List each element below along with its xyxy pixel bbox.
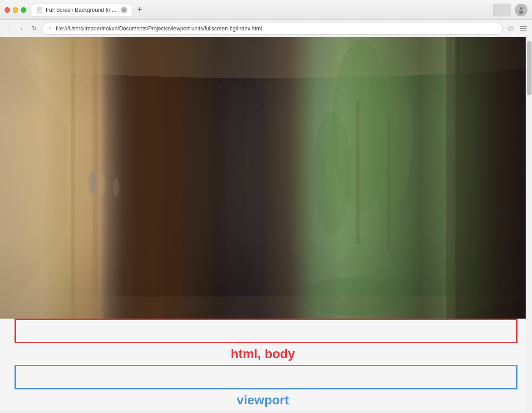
profile-icon[interactable]: [515, 4, 527, 16]
svg-point-24: [89, 171, 96, 194]
svg-marker-10: [508, 26, 513, 31]
menu-button[interactable]: [518, 24, 528, 34]
svg-point-23: [299, 277, 413, 315]
tab-label: Full Screen Background Im...: [46, 7, 116, 13]
svg-rect-6: [48, 26, 52, 31]
scrollbar[interactable]: [526, 37, 532, 413]
tab-area: Full Screen Background Im... ✕ +: [32, 4, 489, 16]
corridor-svg: [0, 37, 526, 319]
svg-rect-0: [37, 7, 42, 13]
page-url-icon: [48, 26, 53, 31]
svg-point-4: [520, 7, 522, 10]
refresh-icon: ↻: [32, 25, 37, 32]
new-tab-button[interactable]: +: [134, 4, 146, 16]
viewport-indicator-box: [15, 365, 517, 389]
html-body-indicator-box: [15, 319, 517, 343]
mac-window: Full Screen Background Im... ✕ + ‹ › ↻: [0, 0, 532, 413]
refresh-button[interactable]: ↻: [29, 24, 39, 34]
page-icon: [37, 7, 43, 13]
viewport-label: viewport: [0, 389, 526, 411]
browser-tab[interactable]: Full Screen Background Im... ✕: [32, 4, 132, 16]
minimize-button[interactable]: [13, 7, 18, 13]
forward-icon: ›: [20, 25, 23, 32]
back-button[interactable]: ‹: [4, 24, 14, 34]
svg-rect-17: [446, 37, 460, 319]
svg-point-26: [113, 178, 120, 197]
fullscreen-button[interactable]: [21, 7, 26, 13]
bottom-annotation-section: html, body viewport: [0, 319, 526, 411]
close-button[interactable]: [5, 7, 10, 13]
svg-rect-15: [71, 37, 75, 319]
window-resize-control: [493, 4, 511, 16]
url-text: file:///Users/ireaderinokun/Documents/Pr…: [56, 25, 497, 32]
browser-content: html, body viewport: [0, 37, 532, 413]
html-body-label: html, body: [0, 343, 526, 365]
hamburger-icon: [520, 25, 527, 32]
svg-rect-12: [520, 28, 527, 29]
svg-rect-11: [520, 26, 527, 27]
tab-close-button[interactable]: ✕: [121, 7, 127, 13]
svg-rect-13: [520, 30, 527, 31]
forward-button[interactable]: ›: [16, 24, 26, 34]
svg-point-25: [99, 175, 105, 196]
svg-point-5: [519, 11, 523, 14]
star-icon: [507, 25, 514, 32]
svg-rect-16: [455, 37, 526, 319]
url-bar[interactable]: file:///Users/ireaderinokun/Documents/Pr…: [42, 23, 503, 34]
back-icon: ‹: [8, 25, 10, 32]
fullscreen-bg-image: [0, 37, 526, 319]
svg-rect-22: [387, 116, 390, 249]
svg-point-20: [313, 112, 351, 235]
svg-rect-21: [356, 102, 360, 245]
bookmark-button[interactable]: [506, 24, 516, 34]
traffic-lights: [5, 7, 26, 13]
address-bar: ‹ › ↻ file:///Users/ireaderinokun/Docume…: [0, 20, 532, 37]
title-bar: Full Screen Background Im... ✕ +: [0, 0, 532, 20]
page-area: html, body viewport: [0, 37, 526, 413]
scrollbar-thumb[interactable]: [527, 41, 532, 95]
